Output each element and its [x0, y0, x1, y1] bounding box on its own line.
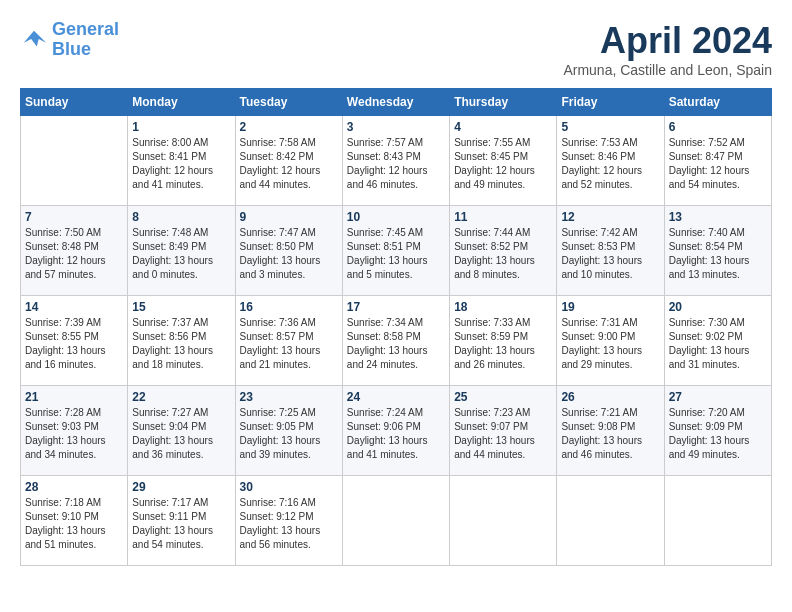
day-info: Sunrise: 7:28 AM Sunset: 9:03 PM Dayligh… — [25, 406, 123, 462]
day-cell: 29Sunrise: 7:17 AM Sunset: 9:11 PM Dayli… — [128, 476, 235, 566]
day-number: 19 — [561, 300, 659, 314]
day-info: Sunrise: 7:47 AM Sunset: 8:50 PM Dayligh… — [240, 226, 338, 282]
day-number: 23 — [240, 390, 338, 404]
day-info: Sunrise: 7:30 AM Sunset: 9:02 PM Dayligh… — [669, 316, 767, 372]
week-row-3: 14Sunrise: 7:39 AM Sunset: 8:55 PM Dayli… — [21, 296, 772, 386]
header-cell-sunday: Sunday — [21, 89, 128, 116]
day-cell: 4Sunrise: 7:55 AM Sunset: 8:45 PM Daylig… — [450, 116, 557, 206]
calendar-table: SundayMondayTuesdayWednesdayThursdayFrid… — [20, 88, 772, 566]
day-cell: 16Sunrise: 7:36 AM Sunset: 8:57 PM Dayli… — [235, 296, 342, 386]
day-info: Sunrise: 7:55 AM Sunset: 8:45 PM Dayligh… — [454, 136, 552, 192]
day-number: 15 — [132, 300, 230, 314]
day-number: 22 — [132, 390, 230, 404]
day-number: 11 — [454, 210, 552, 224]
day-info: Sunrise: 7:53 AM Sunset: 8:46 PM Dayligh… — [561, 136, 659, 192]
day-info: Sunrise: 7:21 AM Sunset: 9:08 PM Dayligh… — [561, 406, 659, 462]
day-number: 27 — [669, 390, 767, 404]
day-cell: 18Sunrise: 7:33 AM Sunset: 8:59 PM Dayli… — [450, 296, 557, 386]
day-info: Sunrise: 7:34 AM Sunset: 8:58 PM Dayligh… — [347, 316, 445, 372]
day-cell: 6Sunrise: 7:52 AM Sunset: 8:47 PM Daylig… — [664, 116, 771, 206]
day-cell: 5Sunrise: 7:53 AM Sunset: 8:46 PM Daylig… — [557, 116, 664, 206]
logo: General Blue — [20, 20, 119, 60]
page-header: General Blue April 2024 Armuna, Castille… — [20, 20, 772, 78]
day-cell: 23Sunrise: 7:25 AM Sunset: 9:05 PM Dayli… — [235, 386, 342, 476]
header-cell-friday: Friday — [557, 89, 664, 116]
day-info: Sunrise: 7:20 AM Sunset: 9:09 PM Dayligh… — [669, 406, 767, 462]
day-cell: 28Sunrise: 7:18 AM Sunset: 9:10 PM Dayli… — [21, 476, 128, 566]
day-number: 20 — [669, 300, 767, 314]
day-cell: 22Sunrise: 7:27 AM Sunset: 9:04 PM Dayli… — [128, 386, 235, 476]
day-info: Sunrise: 8:00 AM Sunset: 8:41 PM Dayligh… — [132, 136, 230, 192]
day-cell: 8Sunrise: 7:48 AM Sunset: 8:49 PM Daylig… — [128, 206, 235, 296]
day-info: Sunrise: 7:24 AM Sunset: 9:06 PM Dayligh… — [347, 406, 445, 462]
day-number: 24 — [347, 390, 445, 404]
day-number: 26 — [561, 390, 659, 404]
day-cell: 25Sunrise: 7:23 AM Sunset: 9:07 PM Dayli… — [450, 386, 557, 476]
day-cell: 27Sunrise: 7:20 AM Sunset: 9:09 PM Dayli… — [664, 386, 771, 476]
day-number: 16 — [240, 300, 338, 314]
day-cell: 1Sunrise: 8:00 AM Sunset: 8:41 PM Daylig… — [128, 116, 235, 206]
day-number: 5 — [561, 120, 659, 134]
day-cell: 2Sunrise: 7:58 AM Sunset: 8:42 PM Daylig… — [235, 116, 342, 206]
day-cell: 12Sunrise: 7:42 AM Sunset: 8:53 PM Dayli… — [557, 206, 664, 296]
day-number: 10 — [347, 210, 445, 224]
day-number: 30 — [240, 480, 338, 494]
day-cell — [450, 476, 557, 566]
day-cell: 15Sunrise: 7:37 AM Sunset: 8:56 PM Dayli… — [128, 296, 235, 386]
day-info: Sunrise: 7:50 AM Sunset: 8:48 PM Dayligh… — [25, 226, 123, 282]
week-row-5: 28Sunrise: 7:18 AM Sunset: 9:10 PM Dayli… — [21, 476, 772, 566]
calendar-subtitle: Armuna, Castille and Leon, Spain — [563, 62, 772, 78]
header-cell-wednesday: Wednesday — [342, 89, 449, 116]
day-cell — [342, 476, 449, 566]
day-info: Sunrise: 7:39 AM Sunset: 8:55 PM Dayligh… — [25, 316, 123, 372]
day-cell — [664, 476, 771, 566]
day-cell: 21Sunrise: 7:28 AM Sunset: 9:03 PM Dayli… — [21, 386, 128, 476]
day-info: Sunrise: 7:45 AM Sunset: 8:51 PM Dayligh… — [347, 226, 445, 282]
day-number: 28 — [25, 480, 123, 494]
header-cell-tuesday: Tuesday — [235, 89, 342, 116]
day-cell — [557, 476, 664, 566]
day-cell: 19Sunrise: 7:31 AM Sunset: 9:00 PM Dayli… — [557, 296, 664, 386]
week-row-1: 1Sunrise: 8:00 AM Sunset: 8:41 PM Daylig… — [21, 116, 772, 206]
day-info: Sunrise: 7:58 AM Sunset: 8:42 PM Dayligh… — [240, 136, 338, 192]
day-number: 25 — [454, 390, 552, 404]
logo-line2: Blue — [52, 39, 91, 59]
day-info: Sunrise: 7:23 AM Sunset: 9:07 PM Dayligh… — [454, 406, 552, 462]
week-row-4: 21Sunrise: 7:28 AM Sunset: 9:03 PM Dayli… — [21, 386, 772, 476]
day-number: 14 — [25, 300, 123, 314]
day-number: 1 — [132, 120, 230, 134]
day-number: 7 — [25, 210, 123, 224]
day-cell: 3Sunrise: 7:57 AM Sunset: 8:43 PM Daylig… — [342, 116, 449, 206]
day-info: Sunrise: 7:57 AM Sunset: 8:43 PM Dayligh… — [347, 136, 445, 192]
header-cell-saturday: Saturday — [664, 89, 771, 116]
day-cell: 17Sunrise: 7:34 AM Sunset: 8:58 PM Dayli… — [342, 296, 449, 386]
day-info: Sunrise: 7:17 AM Sunset: 9:11 PM Dayligh… — [132, 496, 230, 552]
day-cell: 9Sunrise: 7:47 AM Sunset: 8:50 PM Daylig… — [235, 206, 342, 296]
day-info: Sunrise: 7:42 AM Sunset: 8:53 PM Dayligh… — [561, 226, 659, 282]
day-number: 2 — [240, 120, 338, 134]
day-info: Sunrise: 7:33 AM Sunset: 8:59 PM Dayligh… — [454, 316, 552, 372]
header-cell-monday: Monday — [128, 89, 235, 116]
day-info: Sunrise: 7:18 AM Sunset: 9:10 PM Dayligh… — [25, 496, 123, 552]
day-info: Sunrise: 7:27 AM Sunset: 9:04 PM Dayligh… — [132, 406, 230, 462]
week-row-2: 7Sunrise: 7:50 AM Sunset: 8:48 PM Daylig… — [21, 206, 772, 296]
day-info: Sunrise: 7:37 AM Sunset: 8:56 PM Dayligh… — [132, 316, 230, 372]
header-cell-thursday: Thursday — [450, 89, 557, 116]
day-info: Sunrise: 7:40 AM Sunset: 8:54 PM Dayligh… — [669, 226, 767, 282]
day-cell: 7Sunrise: 7:50 AM Sunset: 8:48 PM Daylig… — [21, 206, 128, 296]
day-number: 12 — [561, 210, 659, 224]
day-number: 3 — [347, 120, 445, 134]
day-cell: 13Sunrise: 7:40 AM Sunset: 8:54 PM Dayli… — [664, 206, 771, 296]
day-info: Sunrise: 7:16 AM Sunset: 9:12 PM Dayligh… — [240, 496, 338, 552]
day-number: 17 — [347, 300, 445, 314]
day-cell: 20Sunrise: 7:30 AM Sunset: 9:02 PM Dayli… — [664, 296, 771, 386]
day-cell: 10Sunrise: 7:45 AM Sunset: 8:51 PM Dayli… — [342, 206, 449, 296]
day-number: 8 — [132, 210, 230, 224]
day-cell: 30Sunrise: 7:16 AM Sunset: 9:12 PM Dayli… — [235, 476, 342, 566]
day-info: Sunrise: 7:52 AM Sunset: 8:47 PM Dayligh… — [669, 136, 767, 192]
logo-icon — [20, 26, 48, 54]
calendar-body: 1Sunrise: 8:00 AM Sunset: 8:41 PM Daylig… — [21, 116, 772, 566]
logo-text: General Blue — [52, 20, 119, 60]
day-info: Sunrise: 7:31 AM Sunset: 9:00 PM Dayligh… — [561, 316, 659, 372]
svg-marker-0 — [24, 30, 46, 46]
